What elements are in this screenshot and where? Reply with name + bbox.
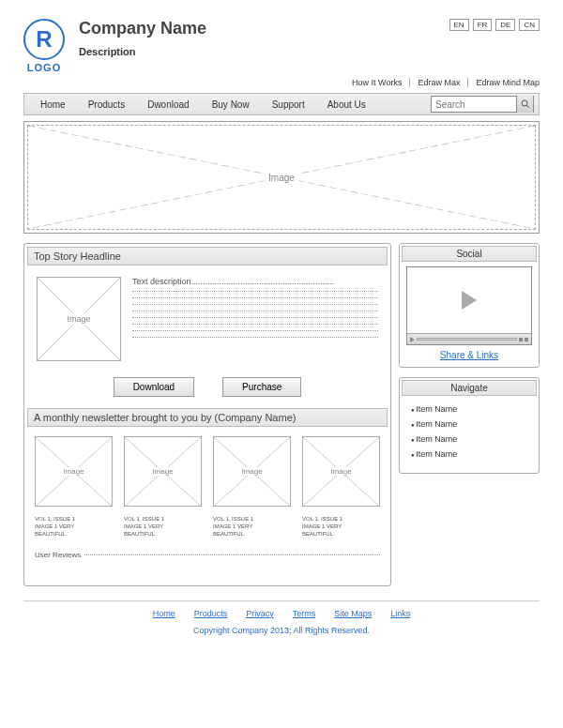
- story-text-description: Text description........................…: [132, 277, 378, 286]
- nav-support[interactable]: Support: [261, 99, 316, 110]
- video-player[interactable]: [406, 266, 532, 345]
- divider: [409, 78, 410, 87]
- navigate-item[interactable]: Item Name: [411, 432, 527, 447]
- text-line: [132, 337, 378, 338]
- newsletter-item[interactable]: Image VOL 1, ISSUE 1 IMAGE 1 VERY BEAUTI…: [124, 436, 202, 538]
- search-icon: [521, 99, 530, 109]
- share-links-link[interactable]: Share & Links: [402, 348, 537, 365]
- divider: [467, 78, 468, 87]
- newsletter-caption: VOL 1, ISSUE 1 IMAGE 1 VERY BEAUTIFUL: [124, 516, 202, 538]
- nav-buy-now[interactable]: Buy Now: [201, 99, 261, 110]
- nav-home[interactable]: Home: [29, 99, 77, 110]
- text-line: [132, 291, 378, 292]
- newsletter-image-placeholder: Image: [302, 436, 380, 507]
- hero-image-label: Image: [265, 172, 298, 184]
- main-navbar: Home Products Dwonload Buy Now Support A…: [23, 93, 540, 115]
- newsletter-caption: VOL 1, ISSUE 1 IMAGE 1 VERY BEAUTIFUL: [35, 516, 113, 538]
- play-icon: [462, 291, 477, 310]
- footer-divider: [23, 600, 540, 601]
- logo-text: LOGO: [23, 62, 65, 73]
- logo-letter: R: [36, 26, 52, 53]
- user-reviews-label: User Reviews: [35, 551, 81, 559]
- navigate-title: Navigate: [402, 380, 537, 396]
- navigate-item[interactable]: Item Name: [411, 447, 527, 462]
- nav-about-us[interactable]: About Us: [316, 99, 377, 110]
- text-line: [84, 554, 380, 555]
- footer-link-terms[interactable]: Terms: [293, 609, 316, 618]
- download-button[interactable]: Download: [114, 377, 194, 397]
- video-controls[interactable]: [407, 333, 531, 344]
- navigate-panel: Navigate Item Name Item Name Item Name I…: [399, 377, 540, 474]
- sublink-edraw-mind-map[interactable]: Edraw Mind Map: [476, 78, 540, 87]
- newsletter-caption: VOL 1, ISSUE 1 IMAGE 1 VERY BEAUTIFUL: [213, 516, 291, 538]
- navigate-item[interactable]: Item Name: [411, 417, 527, 432]
- lang-en[interactable]: EN: [449, 19, 469, 31]
- text-line: [132, 317, 378, 318]
- social-title: Social: [402, 246, 537, 262]
- newsletter-image-placeholder: Image: [213, 436, 291, 507]
- newsletter-caption: VOL 1, ISSUE 1 IMAGE 1 VERY BEAUTIFUL: [302, 516, 380, 538]
- sublink-how-it-works[interactable]: How It Works: [352, 78, 402, 87]
- newsletter-item[interactable]: Image VOL 1, ISSUE 1 IMAGE 1 VERY BEAUTI…: [213, 436, 291, 538]
- navigate-item[interactable]: Item Name: [411, 402, 527, 417]
- lang-cn[interactable]: CN: [519, 19, 540, 31]
- lang-fr[interactable]: FR: [473, 19, 493, 31]
- footer-link-products[interactable]: Products: [194, 609, 228, 618]
- video-progress[interactable]: [417, 338, 517, 341]
- text-line: [132, 297, 378, 298]
- copyright: Copyright Company 2013; All Rights Reser…: [23, 626, 540, 635]
- logo[interactable]: R LOGO: [23, 19, 65, 73]
- newsletter-item[interactable]: Image VOL 1, ISSUE 1 IMAGE 1 VERY BEAUTI…: [35, 436, 113, 538]
- svg-line-1: [526, 105, 529, 108]
- newsletter-item[interactable]: Image VOL 1, ISSUE 1 IMAGE 1 VERY BEAUTI…: [302, 436, 380, 538]
- search-input[interactable]: [432, 99, 516, 110]
- footer-link-home[interactable]: Home: [153, 609, 175, 618]
- play-small-icon[interactable]: [410, 337, 415, 342]
- story-image-placeholder: Image: [37, 277, 121, 361]
- footer-link-links[interactable]: Links: [390, 609, 410, 618]
- fullscreen-icon[interactable]: [525, 338, 528, 341]
- newsletter-image-placeholder: Image: [124, 436, 202, 507]
- lang-de[interactable]: DE: [495, 19, 515, 31]
- company-name: Company Name: [79, 19, 449, 38]
- sublink-edraw-max[interactable]: Edraw Max: [418, 78, 460, 87]
- story-image-label: Image: [64, 313, 93, 325]
- footer-link-sitemaps[interactable]: Site Maps: [334, 609, 372, 618]
- footer-link-privacy[interactable]: Privacy: [246, 609, 274, 618]
- newsletter-image-placeholder: Image: [35, 436, 113, 507]
- company-description: Description: [79, 46, 449, 57]
- social-panel: Social Share & Links: [399, 243, 540, 368]
- newsletter-headline: A monthly newsletter brought to you by (…: [27, 408, 388, 427]
- text-line: [132, 304, 378, 305]
- text-line: [132, 311, 378, 311]
- text-line: [132, 330, 378, 331]
- text-line: [132, 324, 378, 325]
- purchase-button[interactable]: Purchase: [222, 377, 301, 397]
- hero-image-placeholder: Image: [23, 121, 540, 234]
- top-story-headline: Top Story Headline: [27, 247, 388, 265]
- search-button[interactable]: [516, 96, 533, 113]
- volume-icon[interactable]: [519, 338, 523, 341]
- nav-download[interactable]: Dwonload: [136, 99, 200, 110]
- nav-products[interactable]: Products: [77, 99, 136, 110]
